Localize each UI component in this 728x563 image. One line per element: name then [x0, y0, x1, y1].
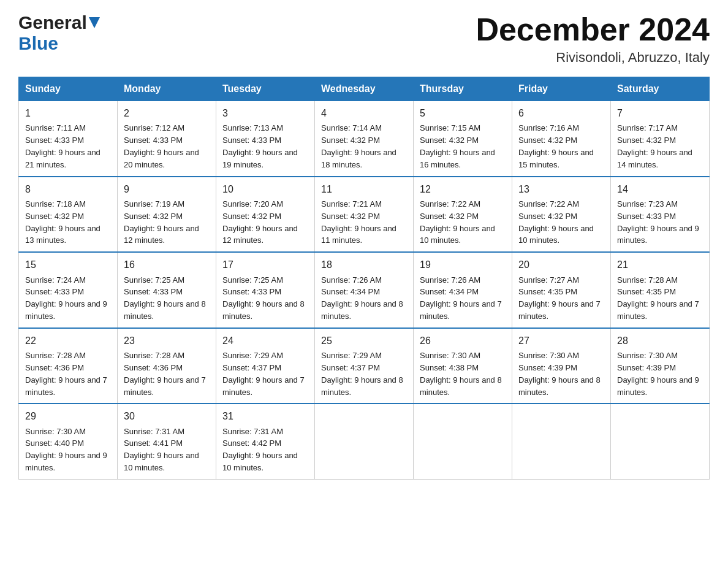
day-number: 13 — [518, 182, 604, 196]
calendar-cell: 28Sunrise: 7:30 AMSunset: 4:39 PMDayligh… — [611, 328, 710, 404]
calendar-cell: 8Sunrise: 7:18 AMSunset: 4:32 PMDaylight… — [19, 177, 118, 253]
day-info: Sunrise: 7:30 AMSunset: 4:39 PMDaylight:… — [617, 351, 699, 397]
col-header-thursday: Thursday — [414, 77, 512, 101]
day-number: 2 — [124, 106, 210, 120]
day-info: Sunrise: 7:24 AMSunset: 4:33 PMDaylight:… — [25, 275, 107, 321]
day-info: Sunrise: 7:31 AMSunset: 4:42 PMDaylight:… — [222, 427, 298, 473]
calendar-cell: 16Sunrise: 7:25 AMSunset: 4:33 PMDayligh… — [118, 252, 216, 328]
day-number: 25 — [321, 334, 407, 348]
day-info: Sunrise: 7:30 AMSunset: 4:39 PMDaylight:… — [518, 351, 601, 397]
calendar-cell: 20Sunrise: 7:27 AMSunset: 4:35 PMDayligh… — [512, 252, 611, 328]
day-info: Sunrise: 7:28 AMSunset: 4:36 PMDaylight:… — [124, 351, 206, 397]
day-number: 27 — [518, 334, 604, 348]
day-number: 12 — [420, 182, 506, 196]
calendar-cell: 29Sunrise: 7:30 AMSunset: 4:40 PMDayligh… — [19, 404, 118, 479]
day-number: 24 — [222, 334, 308, 348]
day-number: 3 — [222, 106, 308, 120]
calendar-cell: 12Sunrise: 7:22 AMSunset: 4:32 PMDayligh… — [414, 177, 512, 253]
calendar-header-row: SundayMondayTuesdayWednesdayThursdayFrid… — [19, 77, 710, 101]
calendar-cell: 5Sunrise: 7:15 AMSunset: 4:32 PMDaylight… — [414, 101, 512, 177]
calendar-cell: 10Sunrise: 7:20 AMSunset: 4:32 PMDayligh… — [216, 177, 315, 253]
day-number: 6 — [518, 106, 604, 120]
calendar-cell — [512, 404, 611, 479]
calendar-week-row: 15Sunrise: 7:24 AMSunset: 4:33 PMDayligh… — [19, 252, 710, 328]
calendar-cell: 15Sunrise: 7:24 AMSunset: 4:33 PMDayligh… — [19, 252, 118, 328]
day-info: Sunrise: 7:17 AMSunset: 4:32 PMDaylight:… — [617, 123, 692, 169]
day-info: Sunrise: 7:26 AMSunset: 4:34 PMDaylight:… — [321, 275, 403, 321]
logo-triangle-icon — [89, 17, 100, 31]
calendar-cell: 31Sunrise: 7:31 AMSunset: 4:42 PMDayligh… — [216, 404, 315, 479]
logo-general-text: General — [18, 12, 87, 33]
col-header-friday: Friday — [512, 77, 611, 101]
calendar-cell — [315, 404, 414, 479]
day-info: Sunrise: 7:19 AMSunset: 4:32 PMDaylight:… — [124, 199, 199, 245]
day-info: Sunrise: 7:23 AMSunset: 4:33 PMDaylight:… — [617, 199, 699, 245]
day-number: 17 — [222, 258, 308, 272]
calendar-cell: 1Sunrise: 7:11 AMSunset: 4:33 PMDaylight… — [19, 101, 118, 177]
calendar-cell: 30Sunrise: 7:31 AMSunset: 4:41 PMDayligh… — [118, 404, 216, 479]
calendar-cell: 27Sunrise: 7:30 AMSunset: 4:39 PMDayligh… — [512, 328, 611, 404]
day-number: 18 — [321, 258, 407, 272]
calendar-cell: 17Sunrise: 7:25 AMSunset: 4:33 PMDayligh… — [216, 252, 315, 328]
calendar-week-row: 8Sunrise: 7:18 AMSunset: 4:32 PMDaylight… — [19, 177, 710, 253]
day-number: 30 — [124, 409, 210, 423]
day-info: Sunrise: 7:28 AMSunset: 4:36 PMDaylight:… — [25, 351, 107, 397]
day-number: 9 — [124, 182, 210, 196]
calendar-week-row: 1Sunrise: 7:11 AMSunset: 4:33 PMDaylight… — [19, 101, 710, 177]
day-info: Sunrise: 7:27 AMSunset: 4:35 PMDaylight:… — [518, 275, 601, 321]
page-header: General Blue December 2024 Rivisondoli, … — [18, 12, 710, 66]
calendar-cell: 13Sunrise: 7:22 AMSunset: 4:32 PMDayligh… — [512, 177, 611, 253]
col-header-sunday: Sunday — [19, 77, 118, 101]
day-number: 21 — [617, 258, 703, 272]
day-info: Sunrise: 7:28 AMSunset: 4:35 PMDaylight:… — [617, 275, 699, 321]
day-info: Sunrise: 7:12 AMSunset: 4:33 PMDaylight:… — [124, 123, 199, 169]
day-number: 31 — [222, 409, 308, 423]
day-info: Sunrise: 7:29 AMSunset: 4:37 PMDaylight:… — [321, 351, 403, 397]
calendar-cell: 18Sunrise: 7:26 AMSunset: 4:34 PMDayligh… — [315, 252, 414, 328]
day-info: Sunrise: 7:18 AMSunset: 4:32 PMDaylight:… — [25, 199, 100, 245]
calendar-cell: 22Sunrise: 7:28 AMSunset: 4:36 PMDayligh… — [19, 328, 118, 404]
day-number: 20 — [518, 258, 604, 272]
day-info: Sunrise: 7:25 AMSunset: 4:33 PMDaylight:… — [222, 275, 305, 321]
col-header-monday: Monday — [118, 77, 216, 101]
calendar-cell: 23Sunrise: 7:28 AMSunset: 4:36 PMDayligh… — [118, 328, 216, 404]
day-number: 28 — [617, 334, 703, 348]
month-title: December 2024 — [476, 12, 710, 47]
day-number: 15 — [25, 258, 111, 272]
calendar-week-row: 29Sunrise: 7:30 AMSunset: 4:40 PMDayligh… — [19, 404, 710, 479]
day-number: 10 — [222, 182, 308, 196]
col-header-saturday: Saturday — [611, 77, 710, 101]
calendar-week-row: 22Sunrise: 7:28 AMSunset: 4:36 PMDayligh… — [19, 328, 710, 404]
calendar-cell — [611, 404, 710, 479]
day-info: Sunrise: 7:25 AMSunset: 4:33 PMDaylight:… — [124, 275, 206, 321]
day-info: Sunrise: 7:16 AMSunset: 4:32 PMDaylight:… — [518, 123, 594, 169]
day-number: 16 — [124, 258, 210, 272]
col-header-tuesday: Tuesday — [216, 77, 315, 101]
day-info: Sunrise: 7:13 AMSunset: 4:33 PMDaylight:… — [222, 123, 298, 169]
day-number: 5 — [420, 106, 506, 120]
col-header-wednesday: Wednesday — [315, 77, 414, 101]
day-number: 7 — [617, 106, 703, 120]
logo-blue-text: Blue — [18, 33, 58, 53]
day-number: 19 — [420, 258, 506, 272]
calendar-cell: 4Sunrise: 7:14 AMSunset: 4:32 PMDaylight… — [315, 101, 414, 177]
calendar-cell: 2Sunrise: 7:12 AMSunset: 4:33 PMDaylight… — [118, 101, 216, 177]
calendar-cell: 21Sunrise: 7:28 AMSunset: 4:35 PMDayligh… — [611, 252, 710, 328]
day-info: Sunrise: 7:30 AMSunset: 4:38 PMDaylight:… — [420, 351, 502, 397]
calendar-cell — [414, 404, 512, 479]
day-info: Sunrise: 7:30 AMSunset: 4:40 PMDaylight:… — [25, 427, 107, 473]
title-block: December 2024 Rivisondoli, Abruzzo, Ital… — [476, 12, 710, 66]
day-info: Sunrise: 7:26 AMSunset: 4:34 PMDaylight:… — [420, 275, 502, 321]
calendar-cell: 11Sunrise: 7:21 AMSunset: 4:32 PMDayligh… — [315, 177, 414, 253]
calendar-cell: 3Sunrise: 7:13 AMSunset: 4:33 PMDaylight… — [216, 101, 315, 177]
day-info: Sunrise: 7:20 AMSunset: 4:32 PMDaylight:… — [222, 199, 298, 245]
day-number: 1 — [25, 106, 111, 120]
calendar-cell: 7Sunrise: 7:17 AMSunset: 4:32 PMDaylight… — [611, 101, 710, 177]
day-info: Sunrise: 7:29 AMSunset: 4:37 PMDaylight:… — [222, 351, 305, 397]
day-number: 23 — [124, 334, 210, 348]
day-info: Sunrise: 7:21 AMSunset: 4:32 PMDaylight:… — [321, 199, 396, 245]
day-info: Sunrise: 7:11 AMSunset: 4:33 PMDaylight:… — [25, 123, 100, 169]
day-info: Sunrise: 7:14 AMSunset: 4:32 PMDaylight:… — [321, 123, 396, 169]
calendar-table: SundayMondayTuesdayWednesdayThursdayFrid… — [18, 77, 710, 480]
calendar-cell: 26Sunrise: 7:30 AMSunset: 4:38 PMDayligh… — [414, 328, 512, 404]
